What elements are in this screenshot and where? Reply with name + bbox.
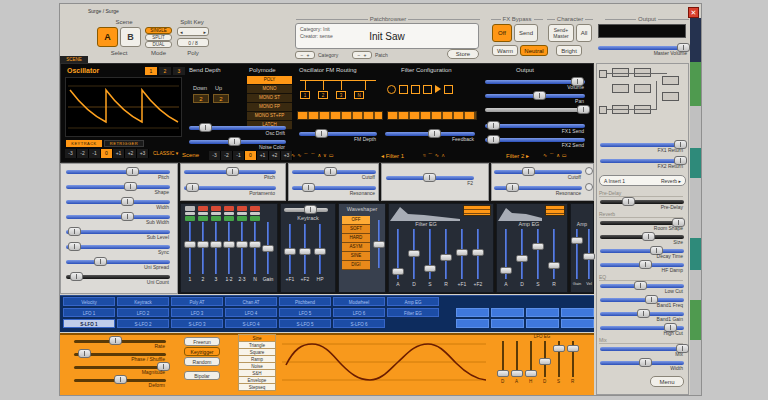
route-button[interactable]: [198, 212, 208, 215]
shape-slider[interactable]: Shape: [66, 181, 170, 194]
scene-pitch-slider[interactable]: Pitch: [184, 166, 276, 179]
fm-routing-diagram[interactable]: 123N: [298, 78, 380, 108]
lfo-keytrigger-button[interactable]: Keytrigger: [184, 347, 220, 356]
osc-octave-button[interactable]: 0: [101, 149, 113, 158]
scene-a-button[interactable]: A: [97, 27, 118, 47]
scene-octave-button[interactable]: -1: [233, 151, 245, 160]
filter1-subtype-icons[interactable]: ≈⌒∿∧: [423, 152, 447, 158]
f2-offset-slider[interactable]: F2: [386, 172, 474, 185]
hf-damp-slider[interactable]: HF Damp: [600, 259, 684, 272]
lfo-shape-item[interactable]: Noise: [238, 363, 276, 370]
lfo-shape-item[interactable]: Sine: [238, 335, 276, 342]
mod-source-cell[interactable]: LFO 5: [279, 308, 331, 317]
amp-eg-release-slider[interactable]: [548, 229, 560, 279]
macro-cell[interactable]: [526, 308, 559, 317]
filter2-link-button-1[interactable]: [585, 167, 593, 175]
edge-strip-green-1[interactable]: [690, 62, 701, 106]
lfo-shape-item[interactable]: Ramp: [238, 356, 276, 363]
scene-octave-button[interactable]: +1: [257, 151, 269, 160]
edge-strip-teal-2[interactable]: [690, 238, 701, 270]
amp-vel-slider[interactable]: [583, 229, 595, 279]
mode-dual-button[interactable]: DUAL: [145, 41, 172, 48]
mod-source-cell[interactable]: Keytrack: [117, 297, 169, 306]
lfo-eg-release-slider[interactable]: [567, 341, 579, 377]
solo-button[interactable]: [224, 216, 234, 221]
high-cut-slider[interactable]: High Cut: [600, 322, 684, 335]
filter2-type-icons[interactable]: ∿⌒∧▭: [543, 152, 569, 158]
amp-gain-slider[interactable]: [571, 229, 583, 279]
osc-retrigger-button[interactable]: RETRIGGER: [104, 140, 144, 147]
feedback-slider[interactable]: Feedback: [385, 128, 475, 141]
character-warm-button[interactable]: Warm: [492, 45, 518, 56]
mod-source-cell[interactable]: S-LFO 3: [171, 319, 223, 328]
polymode-item[interactable]: POLY: [247, 76, 292, 85]
osc-keytrack-button[interactable]: KEYTRACK: [66, 140, 102, 147]
amp-eg-sustain-slider[interactable]: [532, 229, 544, 279]
scene-octave-button[interactable]: 0: [245, 151, 257, 160]
mute-button[interactable]: [198, 206, 208, 211]
split-key-right-arrow[interactable]: ▸: [203, 29, 206, 35]
mod-source-cell[interactable]: Modwheel: [333, 297, 385, 306]
mod-source-cell[interactable]: S-LFO 4: [225, 319, 277, 328]
mixer-channel[interactable]: N: [249, 206, 261, 282]
solo-button[interactable]: [185, 216, 195, 221]
band1-gain-slider[interactable]: Band1 Gain: [600, 308, 684, 321]
macro-cell[interactable]: [491, 308, 524, 317]
lfo-shape-item[interactable]: Triangle: [238, 342, 276, 349]
scene-octave-button[interactable]: -2: [221, 151, 233, 160]
lfo-eg-sustain-slider[interactable]: [553, 341, 565, 377]
bend-down-value[interactable]: 2: [193, 94, 209, 103]
lfo-eg-delay-slider[interactable]: [497, 341, 509, 377]
master-volume-slider[interactable]: Master Volume: [598, 42, 688, 55]
mixer-channel[interactable]: 1: [184, 206, 196, 282]
macro-cell[interactable]: [561, 308, 594, 317]
width-slider[interactable]: [485, 104, 585, 117]
amp-eg-mode-button[interactable]: [545, 205, 565, 216]
route-button[interactable]: [185, 212, 195, 215]
character-bright-button[interactable]: Bright: [556, 45, 582, 56]
mute-button[interactable]: [211, 206, 221, 211]
osc-octave-button[interactable]: -3: [65, 149, 77, 158]
osc-octave-button[interactable]: -1: [89, 149, 101, 158]
mod-source-cell[interactable]: S-LFO 6: [333, 319, 385, 328]
mixer-channel[interactable]: 1·2: [223, 206, 235, 282]
volume-slider[interactable]: Volume: [485, 76, 585, 89]
macro-cell[interactable]: [456, 319, 489, 328]
polymode-item[interactable]: MONO ST+FP: [247, 112, 292, 121]
menu-button[interactable]: Menu: [650, 376, 684, 387]
route-button[interactable]: [224, 212, 234, 215]
room-shape-slider[interactable]: Room Shape: [600, 217, 684, 230]
filter-eg-f2-depth-slider[interactable]: [472, 229, 484, 279]
fm-mode-selector[interactable]: [297, 111, 383, 120]
filter1-type-icons[interactable]: ∿∿⌒⌒∧∨▭: [291, 152, 335, 158]
mix-slider[interactable]: Mix: [600, 343, 684, 356]
fx1-send-slider[interactable]: FX1 Send: [485, 120, 585, 133]
edge-strip-teal-1[interactable]: [690, 148, 701, 178]
lfo-eg-attack-slider[interactable]: [511, 341, 523, 377]
fx-routing-diagram[interactable]: [598, 66, 686, 136]
scene-octave-button[interactable]: +2: [269, 151, 281, 160]
fx2-return-slider[interactable]: FX2 Return: [600, 155, 684, 168]
mod-source-cell[interactable]: LFO 3: [171, 308, 223, 317]
mod-source-cell[interactable]: Velocity: [63, 297, 115, 306]
filter2-resonance-slider[interactable]: Resonance: [494, 182, 582, 195]
mute-button[interactable]: [224, 206, 234, 211]
mod-source-cell[interactable]: LFO 4: [225, 308, 277, 317]
mute-button[interactable]: [185, 206, 195, 211]
solo-button[interactable]: [211, 216, 221, 221]
store-button[interactable]: Store: [447, 49, 479, 59]
scene-b-button[interactable]: B: [120, 27, 141, 47]
mute-button[interactable]: [237, 206, 247, 211]
mod-source-cell[interactable]: S-LFO 2: [117, 319, 169, 328]
lfo-random-button[interactable]: Random: [184, 357, 220, 366]
macro-cell[interactable]: [526, 319, 559, 328]
sync-slider[interactable]: Sync: [66, 241, 170, 254]
channel-level-slider[interactable]: [184, 222, 196, 274]
mute-button[interactable]: [250, 206, 260, 211]
waveshaper-item[interactable]: ASYM: [342, 243, 370, 252]
bend-up-value[interactable]: 2: [213, 94, 229, 103]
size-slider[interactable]: Size: [600, 231, 684, 244]
macro-cell[interactable]: [491, 319, 524, 328]
waveshaper-drive-slider[interactable]: [373, 220, 385, 268]
filter-config-selector[interactable]: [387, 111, 477, 120]
